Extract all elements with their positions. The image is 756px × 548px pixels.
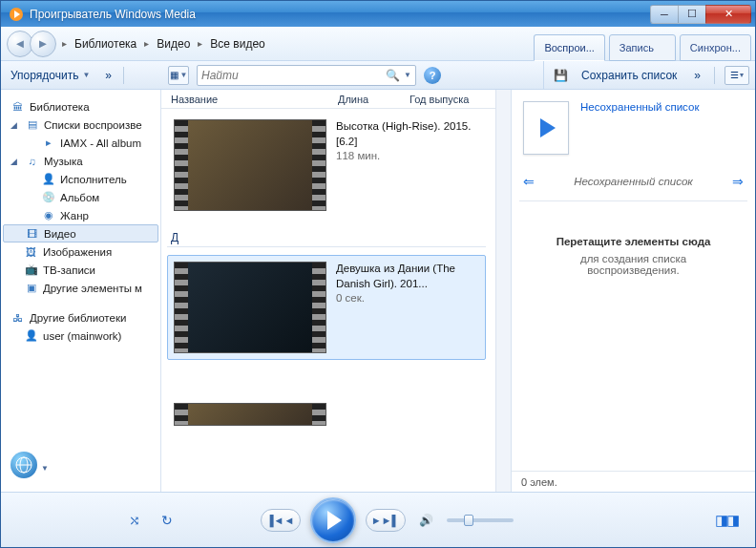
chevron-right-icon: ▸ bbox=[62, 38, 67, 49]
tree-video[interactable]: 🎞 Видео bbox=[3, 224, 158, 242]
volume-knob[interactable] bbox=[464, 515, 473, 526]
breadcrumb-library[interactable]: Библиотека bbox=[71, 33, 140, 54]
save-list-button[interactable]: Сохранить список bbox=[578, 67, 681, 84]
drop-title: Перетащите элементы сюда bbox=[529, 236, 738, 247]
mute-button[interactable]: 🔊 bbox=[415, 510, 437, 531]
search-icon[interactable]: 🔍 bbox=[386, 69, 400, 82]
switch-to-now-playing-button[interactable]: ◨◨ bbox=[715, 512, 738, 528]
tree-genre[interactable]: ◉ Жанр bbox=[3, 206, 158, 224]
column-headers: Название Длина Год выпуска bbox=[161, 90, 495, 109]
tree-music[interactable]: ◢ ♫ Музыка bbox=[3, 152, 158, 170]
separator bbox=[123, 67, 124, 84]
network-library-icon: 🖧 bbox=[10, 310, 25, 325]
navigation-tree: 🏛 Библиотека ◢ ▤ Списки воспроизве ▸ IAM… bbox=[1, 90, 161, 492]
tree-album[interactable]: 💿 Альбом bbox=[3, 188, 158, 206]
tab-sync[interactable]: Синхрон... bbox=[680, 34, 751, 61]
mode-tabs: Воспрои... Запись Синхрон... bbox=[534, 34, 751, 61]
playlist-toolbar: 💾 Сохранить список » ☰▾ bbox=[543, 61, 749, 89]
list-options-button[interactable]: ☰▾ bbox=[724, 66, 749, 85]
content-area: Название Длина Год выпуска Высотка (High… bbox=[161, 90, 495, 492]
view-mode-button[interactable]: ▦▼ bbox=[168, 66, 189, 85]
now-playing-pane: Несохраненный список ⇐ Несохраненный спи… bbox=[511, 90, 755, 492]
prev-list-button[interactable]: ⇐ bbox=[519, 170, 538, 193]
breadcrumb-video[interactable]: Видео bbox=[153, 33, 194, 54]
minimize-button[interactable]: ─ bbox=[650, 5, 679, 24]
video-title: Высотка (High-Rise). 2015. [6.2] bbox=[336, 119, 479, 149]
play-button[interactable] bbox=[310, 497, 356, 543]
separator bbox=[714, 67, 715, 84]
tree-images[interactable]: 🖼 Изображения bbox=[3, 242, 158, 261]
album-icon: 💿 bbox=[41, 190, 55, 204]
music-icon: ♫ bbox=[25, 154, 39, 168]
toolbar-overflow[interactable]: » bbox=[101, 67, 116, 84]
user-icon: 👤 bbox=[24, 328, 38, 343]
search-input[interactable] bbox=[201, 69, 386, 82]
unsaved-list-link[interactable]: Несохраненный список bbox=[580, 101, 699, 113]
next-list-button[interactable]: ⇒ bbox=[728, 170, 747, 193]
playlist-item-icon: ▸ bbox=[41, 136, 55, 150]
playlist-caption: Несохраненный список bbox=[574, 176, 693, 187]
media-guide-button[interactable] bbox=[10, 452, 37, 478]
tab-play[interactable]: Воспрои... bbox=[534, 34, 604, 61]
playlist-doc-icon bbox=[523, 101, 569, 155]
close-button[interactable]: ✕ bbox=[705, 5, 751, 24]
video-info: Высотка (High-Rise). 2015. [6.2] 118 мин… bbox=[336, 119, 479, 211]
tree-library[interactable]: 🏛 Библиотека bbox=[3, 97, 158, 116]
shuffle-button[interactable]: ⤭ bbox=[125, 509, 144, 532]
chevron-down-icon[interactable]: ▼ bbox=[41, 464, 49, 473]
next-button[interactable]: ►►▌ bbox=[366, 509, 406, 532]
chevron-right-icon: ▸ bbox=[198, 38, 202, 49]
playlist-nav: ⇐ Несохраненный список ⇒ bbox=[512, 166, 755, 197]
save-icon: 💾 bbox=[554, 69, 568, 82]
chevron-down-icon: ▼ bbox=[82, 71, 90, 79]
organize-button[interactable]: Упорядочить ▼ bbox=[7, 67, 94, 84]
volume-slider[interactable] bbox=[447, 518, 514, 522]
stop-button[interactable] bbox=[243, 516, 251, 524]
group-header-d[interactable]: Д bbox=[167, 225, 486, 247]
drop-sub2: воспроизведения. bbox=[529, 264, 738, 276]
breadcrumb-all-video[interactable]: Все видео bbox=[206, 33, 268, 54]
previous-button[interactable]: ▐◄◄ bbox=[261, 509, 301, 532]
save-list-label: Сохранить список bbox=[581, 69, 677, 82]
video-item[interactable]: Высотка (High-Rise). 2015. [6.2] 118 мин… bbox=[167, 113, 486, 218]
video-item[interactable]: Девушка из Дании (The Danish Girl). 201.… bbox=[167, 255, 486, 360]
search-box[interactable]: 🔍 ▼ bbox=[197, 65, 416, 86]
chevron-down-icon[interactable]: ▼ bbox=[404, 71, 411, 79]
repeat-button[interactable]: ↻ bbox=[158, 509, 177, 532]
play-icon bbox=[540, 118, 556, 137]
vertical-scrollbar[interactable] bbox=[495, 90, 511, 492]
col-name[interactable]: Название bbox=[171, 94, 338, 105]
drop-zone[interactable]: Перетащите элементы сюда для создания сп… bbox=[519, 200, 747, 471]
tree-other-media[interactable]: ▣ Другие элементы м bbox=[3, 279, 158, 297]
video-thumbnail bbox=[174, 119, 326, 211]
video-item[interactable] bbox=[167, 396, 486, 432]
video-title: Девушка из Дании (The Danish Girl). 201.… bbox=[336, 262, 479, 291]
tree-tv[interactable]: 📺 ТВ-записи bbox=[3, 261, 158, 279]
playlist-icon: ▤ bbox=[25, 117, 39, 132]
video-icon: 🎞 bbox=[25, 226, 39, 241]
video-duration: 0 сек. bbox=[336, 291, 479, 306]
tree-playlist-iamx[interactable]: ▸ IAMX - All album bbox=[3, 134, 158, 152]
help-button[interactable]: ? bbox=[424, 67, 441, 84]
images-icon: 🖼 bbox=[24, 244, 38, 259]
play-icon bbox=[327, 511, 342, 530]
other-icon: ▣ bbox=[24, 281, 38, 295]
tree-user-mainwork[interactable]: 👤 user (mainwork) bbox=[3, 327, 158, 345]
tree-other-libraries[interactable]: 🖧 Другие библиотеки bbox=[3, 308, 158, 327]
playlist-overflow[interactable]: » bbox=[690, 67, 704, 84]
library-icon: 🏛 bbox=[10, 99, 25, 114]
maximize-button[interactable]: ☐ bbox=[678, 5, 706, 24]
genre-icon: ◉ bbox=[41, 208, 55, 222]
tab-burn[interactable]: Запись bbox=[609, 34, 676, 61]
organize-label: Упорядочить bbox=[10, 69, 78, 82]
collapse-icon[interactable]: ◢ bbox=[10, 120, 20, 130]
tree-artist[interactable]: 👤 Исполнитель bbox=[3, 170, 158, 188]
toolbar: Упорядочить ▼ » ▦▼ 🔍 ▼ ? 💾 Сохранить спи… bbox=[1, 61, 755, 90]
col-length[interactable]: Длина bbox=[338, 94, 410, 105]
tree-playlists[interactable]: ◢ ▤ Списки воспроизве bbox=[3, 116, 158, 134]
chevron-right-icon: ▸ bbox=[144, 38, 149, 49]
forward-button[interactable]: ► bbox=[30, 31, 56, 57]
collapse-icon[interactable]: ◢ bbox=[10, 157, 20, 166]
app-icon bbox=[9, 7, 24, 22]
col-year[interactable]: Год выпуска bbox=[410, 94, 486, 105]
